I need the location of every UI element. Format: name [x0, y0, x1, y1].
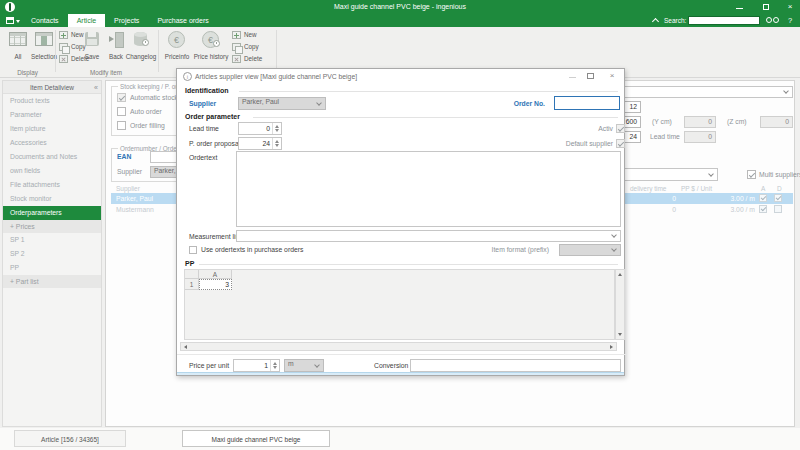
- horizontal-scrollbar[interactable]: [180, 342, 617, 351]
- order-filling-checkbox[interactable]: [117, 121, 126, 130]
- price-history-button[interactable]: € Price history: [196, 30, 226, 68]
- app-menu-icon[interactable]: [6, 17, 18, 25]
- cell-a-checkbox[interactable]: [759, 194, 767, 202]
- spinner-buttons[interactable]: [272, 123, 281, 134]
- automatic-stock-keeping-checkbox[interactable]: [117, 93, 126, 102]
- vertical-scrollbar[interactable]: [615, 269, 625, 340]
- tab-article[interactable]: Article: [68, 14, 105, 27]
- binocular-lens-icon: [773, 17, 779, 23]
- p-order-proposal-spinner[interactable]: 24: [238, 137, 282, 150]
- copy-price-button[interactable]: Copy: [232, 42, 272, 52]
- delete-price-button[interactable]: Delete: [232, 54, 272, 64]
- sidebar-item-documents-and-notes[interactable]: Documents and Notes: [3, 150, 101, 164]
- new-icon: [59, 31, 68, 39]
- search-input[interactable]: [688, 16, 760, 25]
- p-order-proposal-label: P. order proposal: [189, 140, 240, 147]
- scroll-right-icon[interactable]: [610, 345, 613, 349]
- sidebar-expander-part-list[interactable]: + Part list: [3, 275, 101, 288]
- menu-tabs: Contacts Article Projects Purchase order…: [22, 14, 218, 27]
- close-button[interactable]: ×: [782, 0, 798, 14]
- price-per-unit-spinner[interactable]: 1: [233, 359, 280, 372]
- collapse-sidebar-icon[interactable]: «: [94, 81, 98, 94]
- default-supplier-checkbox: [616, 139, 625, 148]
- sidebar-item-orderparameters[interactable]: Orderparameters: [3, 206, 101, 220]
- dialog-lead-time-label: Lead time: [189, 125, 219, 132]
- grid-row-header-1[interactable]: 1: [185, 279, 199, 290]
- order-no-label: Order No.: [477, 100, 545, 107]
- col-a[interactable]: A: [761, 185, 765, 192]
- ordertext-textarea[interactable]: [236, 151, 621, 227]
- cell-d-checkbox[interactable]: [774, 205, 782, 213]
- spin-up-icon: [273, 362, 277, 365]
- search-label: Search:: [664, 17, 686, 24]
- all-button[interactable]: All: [4, 30, 32, 68]
- conversion-input[interactable]: [410, 359, 621, 372]
- sidebar-item-sp2[interactable]: SP 2: [3, 247, 101, 261]
- maximize-button[interactable]: [757, 0, 777, 14]
- col-supplier[interactable]: Supplier: [116, 185, 140, 192]
- auto-order-checkbox[interactable]: [117, 107, 126, 116]
- scroll-left-icon[interactable]: [184, 345, 187, 349]
- scroll-down-icon[interactable]: [618, 333, 622, 336]
- unit-dropdown[interactable]: m: [284, 359, 324, 372]
- dialog-maximize-button[interactable]: [584, 71, 598, 82]
- grid-corner-cell[interactable]: [185, 270, 199, 279]
- selection-button[interactable]: Selection: [30, 30, 58, 68]
- ribbon-separator: [158, 30, 159, 72]
- z-cm-label: (Z cm): [727, 118, 747, 125]
- lead-time-spinner[interactable]: 0: [238, 122, 282, 135]
- delete-icon: [59, 55, 68, 63]
- window-title: Maxi guide channel PVC beige - ingenious: [0, 3, 800, 10]
- minimize-button[interactable]: [730, 0, 750, 14]
- dialog-supplier-dropdown[interactable]: Parker, Paul: [238, 97, 326, 110]
- new-price-button[interactable]: New: [232, 30, 272, 40]
- sidebar-item-accessories[interactable]: Accessories: [3, 136, 101, 150]
- col-d[interactable]: D: [777, 185, 782, 192]
- sidebar-item-product-texts[interactable]: Product texts: [3, 94, 101, 108]
- sidebar-item-stock-monitor[interactable]: Stock monitor: [3, 192, 101, 206]
- scroll-up-icon[interactable]: [618, 273, 622, 276]
- col-pp-unit[interactable]: PP $ / Unit: [681, 185, 712, 192]
- activ-label: Activ: [573, 125, 613, 132]
- tab-maxi-guide-channel[interactable]: Maxi guide channel PVC beige: [182, 430, 330, 447]
- sidebar-item-own-fields[interactable]: own fields: [3, 164, 101, 178]
- dialog-close-button[interactable]: ×: [605, 71, 619, 82]
- pp-grid[interactable]: A 1 3: [184, 269, 615, 340]
- chevron-down-icon: [316, 100, 322, 106]
- grid-cell-a1[interactable]: 3: [199, 279, 232, 290]
- tab-article-record[interactable]: Article [156 / 34365]: [14, 430, 126, 447]
- cell-pp-unit: 3.00 / m: [690, 204, 755, 215]
- order-no-input[interactable]: [554, 96, 620, 110]
- changelog-button[interactable]: Changelog: [126, 30, 156, 68]
- spin-up-icon: [275, 125, 279, 128]
- section-pp: PP: [185, 260, 194, 267]
- ordertext-label: Ordertext: [189, 154, 217, 161]
- collapse-ribbon-icon[interactable]: [652, 18, 659, 25]
- spinner-buttons[interactable]: [272, 138, 281, 149]
- multi-suppliers-checkbox[interactable]: [747, 170, 756, 179]
- cell-d-checkbox[interactable]: [774, 194, 782, 202]
- sidebar-item-pp[interactable]: PP: [3, 261, 101, 275]
- sidebar-expander-prices[interactable]: + Prices: [3, 220, 101, 233]
- measurement-line-dropdown[interactable]: [236, 230, 621, 242]
- tab-purchase-orders[interactable]: Purchase orders: [148, 14, 217, 27]
- bottom-tab-bar: Article [156 / 34365] Maxi guide channel…: [0, 428, 800, 450]
- col-delivery-time[interactable]: delivery time: [630, 185, 666, 192]
- item-format-dropdown[interactable]: [559, 244, 621, 256]
- binoculars-icon[interactable]: [766, 16, 780, 24]
- lead-time-value: 0: [239, 123, 272, 134]
- use-ordertexts-checkbox[interactable]: [189, 246, 197, 254]
- sidebar-item-item-picture[interactable]: Item picture: [3, 122, 101, 136]
- tab-projects[interactable]: Projects: [105, 14, 148, 27]
- sidebar-item-parameter[interactable]: Parameter: [3, 108, 101, 122]
- grid-column-header-a[interactable]: A: [199, 270, 232, 279]
- spinner-buttons[interactable]: [270, 360, 279, 371]
- section-identification: Identification: [185, 87, 229, 94]
- cell-a-checkbox[interactable]: [759, 205, 767, 213]
- help-icon[interactable]: ?: [788, 16, 792, 25]
- sidebar-item-sp1[interactable]: SP 1: [3, 233, 101, 247]
- priceinfo-button[interactable]: € Priceinfo: [162, 30, 192, 68]
- sidebar-item-file-attachments[interactable]: File attachments: [3, 178, 101, 192]
- close-icon: ×: [788, 2, 793, 11]
- tab-contacts[interactable]: Contacts: [22, 14, 68, 27]
